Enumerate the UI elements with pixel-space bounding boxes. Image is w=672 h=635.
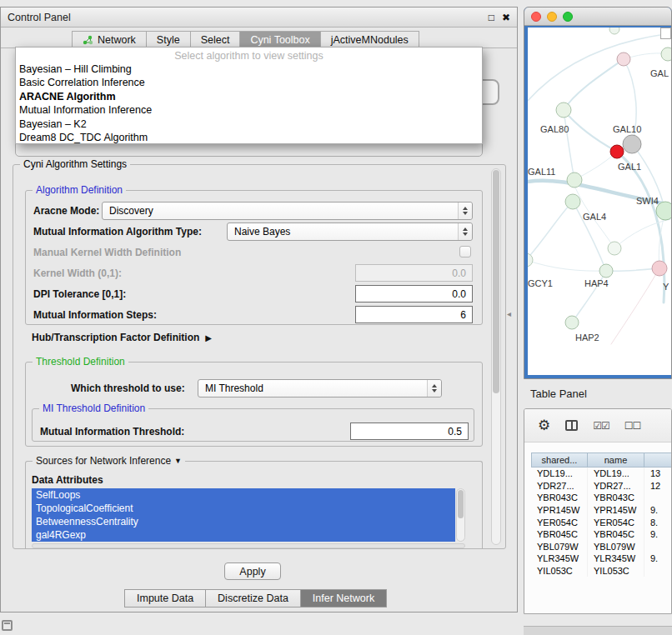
node-gal4[interactable] (565, 194, 580, 209)
network-window-titlebar[interactable] (524, 8, 671, 26)
cell[interactable]: YBR045C (531, 528, 588, 541)
zoom-traffic-button[interactable] (563, 12, 573, 22)
attribute-list-scrollbar[interactable] (456, 488, 465, 542)
cell[interactable]: YDR27... (588, 480, 644, 492)
tab-style[interactable]: Style (146, 31, 190, 48)
cell[interactable]: 12 (644, 480, 672, 492)
cell[interactable]: 9. (644, 504, 672, 517)
attribute-item-selected[interactable]: gal4RGexp (32, 528, 455, 542)
unchecked-boxes-icon[interactable]: ☐☐ (624, 421, 641, 431)
cell[interactable]: YPR145W (531, 504, 588, 517)
cell[interactable]: YDL19... (531, 468, 588, 480)
node-hap4[interactable] (599, 264, 613, 278)
table-row[interactable]: YBR043C YBR043C (531, 492, 672, 504)
minimized-panel-icon[interactable] (2, 620, 13, 631)
dropdown-item[interactable]: Dream8 DC_TDC Algorithm (16, 131, 482, 144)
cell[interactable]: YIL053C (531, 565, 588, 578)
dropdown-item[interactable]: Bayesian – Hill Climbing (16, 62, 482, 76)
tab-network[interactable]: Network (72, 31, 146, 48)
cell[interactable]: 9. (644, 528, 672, 541)
checked-boxes-icon[interactable]: ☑☑ (593, 421, 609, 431)
table-row[interactable]: YBL079W YBL079W (531, 541, 672, 553)
table-row[interactable]: YER054C YER054C 8. (531, 516, 672, 528)
float-window-icon[interactable]: □ (489, 12, 494, 23)
attribute-list-hscrollbar[interactable] (32, 543, 465, 548)
scrollbar-thumb[interactable] (493, 170, 499, 393)
node[interactable] (556, 102, 571, 118)
table-row[interactable]: YPR145W YPR145W 9. (531, 504, 672, 517)
node-hap2[interactable] (565, 316, 579, 329)
cell[interactable]: YBR045C (588, 528, 644, 541)
minimize-traffic-button[interactable] (547, 12, 557, 22)
table-row[interactable]: YIL053C YIL053C (531, 565, 672, 578)
tab-impute-data[interactable]: Impute Data (124, 589, 205, 608)
sources-expander[interactable]: Sources for Network Inference ▼ (33, 455, 185, 467)
table-row[interactable]: YDR27... YDR27... 12 (531, 480, 672, 492)
cell[interactable]: 9. (644, 552, 672, 565)
apply-button[interactable]: Apply (224, 562, 281, 580)
node-gcy1[interactable] (528, 253, 533, 267)
manual-kernel-checkbox[interactable] (459, 246, 471, 258)
attribute-item-selected[interactable]: TopologicalCoefficient (32, 502, 455, 515)
tab-discretize-data[interactable]: Discretize Data (205, 589, 300, 608)
table-row[interactable]: YBR045C YBR045C 9. (531, 528, 672, 541)
attribute-item-selected[interactable]: SelfLoops (32, 488, 455, 502)
node[interactable] (609, 28, 619, 34)
splitter-collapse-icon[interactable]: ◂ (507, 309, 511, 318)
cell[interactable]: YLR345W (588, 552, 644, 565)
close-icon[interactable]: ✖ (502, 12, 510, 23)
attribute-item-selected[interactable]: BetweennessCentrality (32, 515, 455, 528)
node-gal1[interactable] (567, 172, 582, 188)
node[interactable] (617, 52, 630, 66)
network-canvas[interactable]: GAL GAL80 GAL10 GAL11 GAL1 SWI4 GAL4 GCY… (528, 28, 671, 375)
settings-scrollbar[interactable] (491, 168, 501, 545)
cell[interactable]: YDR27... (531, 480, 588, 492)
cell[interactable]: YER054C (531, 516, 588, 528)
cell[interactable] (644, 565, 672, 578)
column-header[interactable]: name (588, 452, 644, 468)
cell[interactable]: YBR043C (588, 492, 644, 504)
tab-cyni-toolbox[interactable]: Cyni Toolbox (239, 31, 319, 48)
node-selected-red[interactable] (610, 145, 624, 158)
node-gal10[interactable] (623, 135, 641, 153)
cell[interactable]: 13 (644, 468, 672, 480)
scrollbar-thumb[interactable] (458, 490, 464, 518)
cell[interactable]: YBL079W (588, 541, 644, 553)
mi-type-select[interactable]: Naive Bayes (227, 222, 473, 241)
cell[interactable]: YLR345W (531, 552, 588, 565)
table-row[interactable]: YLR345W YLR345W 9. (531, 552, 672, 565)
node[interactable] (608, 242, 621, 255)
cell[interactable]: YDL19... (588, 468, 644, 480)
close-traffic-button[interactable] (531, 12, 541, 22)
cell[interactable]: YPR145W (588, 504, 644, 517)
kernel-width-field[interactable]: 0.0 (355, 264, 473, 282)
dropdown-item[interactable]: Mutual Information Inference (16, 103, 482, 117)
tab-jactivemnodules[interactable]: jActiveMNodules (320, 31, 419, 48)
column-header[interactable]: shared... (531, 452, 588, 468)
cell[interactable] (644, 492, 672, 504)
which-threshold-select[interactable]: MI Threshold (198, 379, 442, 398)
tab-infer-network[interactable]: Infer Network (300, 589, 387, 608)
cell[interactable] (644, 541, 672, 553)
hub-definition-expander[interactable]: Hub/Transcription Factor Definition ▶ (32, 332, 212, 343)
cell[interactable]: 8. (644, 516, 672, 528)
control-panel-titlebar[interactable]: Control Panel □ ✖ (1, 8, 517, 28)
column-header[interactable] (644, 452, 672, 468)
node[interactable] (652, 261, 667, 276)
cell[interactable]: YER054C (588, 516, 644, 528)
aracne-mode-select[interactable]: Discovery (102, 202, 473, 220)
dropdown-item-selected[interactable]: ARACNE Algorithm (16, 90, 482, 103)
dpi-tolerance-field[interactable]: 0.0 (355, 285, 473, 302)
cell[interactable]: YIL053C (588, 565, 644, 578)
gear-icon[interactable]: ⚙ (538, 418, 550, 432)
mi-steps-field[interactable]: 6 (355, 306, 473, 323)
node[interactable] (661, 48, 671, 61)
mi-threshold-field[interactable]: 0.5 (350, 422, 469, 440)
columns-icon[interactable] (565, 420, 578, 431)
network-scrollbar-stub[interactable] (660, 28, 671, 39)
cell[interactable]: YBL079W (531, 541, 588, 553)
tab-select[interactable]: Select (190, 31, 240, 48)
cell[interactable]: YBR043C (531, 492, 588, 504)
dropdown-item[interactable]: Basic Correlation Inference (16, 76, 482, 89)
dropdown-item[interactable]: Bayesian – K2 (16, 118, 482, 131)
